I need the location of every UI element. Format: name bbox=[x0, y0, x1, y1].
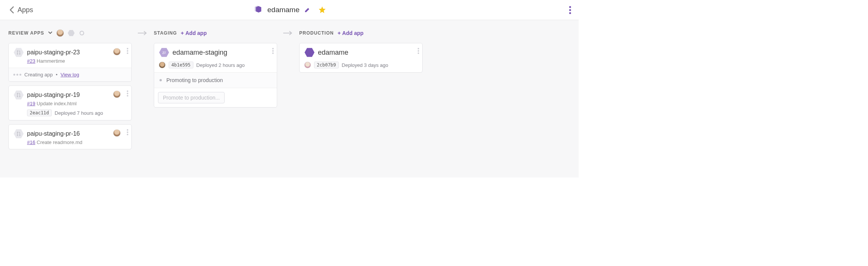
refresh-icon[interactable] bbox=[78, 30, 85, 36]
plus-icon: + bbox=[338, 30, 341, 36]
add-app-button[interactable]: + Add app bbox=[181, 30, 207, 36]
production-header: PRODUCTION + Add app bbox=[299, 28, 423, 38]
top-bar: Apps edamame bbox=[0, 0, 579, 20]
app-name: paipu-staging-pr-23 bbox=[27, 49, 80, 56]
creating-status: Creating app bbox=[24, 72, 53, 78]
staging-app-card[interactable]: zz edamame-staging 4b1e595 Deployed 2 ho… bbox=[154, 43, 277, 108]
view-log-link[interactable]: View log bbox=[61, 72, 79, 78]
title-center: edamame bbox=[253, 5, 326, 15]
add-app-button[interactable]: + Add app bbox=[338, 30, 364, 36]
reviewer-avatar[interactable] bbox=[56, 29, 64, 37]
arrow-right-icon bbox=[138, 28, 148, 38]
review-app-card[interactable]: paipu-staging-pr-16 #16 Create readmore.… bbox=[8, 124, 132, 149]
commit-line: 2eac11d Deployed 7 hours ago bbox=[27, 109, 127, 116]
loading-dot-icon bbox=[160, 79, 162, 81]
author-avatar[interactable] bbox=[113, 48, 121, 55]
pipeline-icon bbox=[253, 5, 263, 15]
commit-line: 4b1e595 Deployed 2 hours ago bbox=[159, 62, 272, 68]
pr-title: Create readmore.md bbox=[37, 139, 82, 145]
sleep-icon: zz bbox=[159, 47, 169, 58]
card-menu-icon[interactable] bbox=[127, 129, 128, 135]
edit-icon[interactable] bbox=[304, 7, 310, 13]
staging-column: STAGING + Add app zz edamame-staging 4b1… bbox=[154, 28, 277, 111]
pr-link[interactable]: #16 bbox=[27, 139, 35, 145]
staging-title: STAGING bbox=[154, 30, 177, 36]
pr-subline: #19 Update index.html bbox=[27, 101, 127, 106]
commit-sha[interactable]: 2eac11d bbox=[27, 109, 52, 116]
promoting-status: Promoting to production bbox=[154, 72, 277, 88]
plus-icon: + bbox=[181, 30, 184, 36]
review-app-card[interactable]: paipu-staging-pr-19 #19 Update index.htm… bbox=[8, 86, 132, 120]
back-label[interactable]: Apps bbox=[18, 6, 33, 14]
arrow-right-icon bbox=[283, 28, 293, 38]
commit-sha[interactable]: 2cb07b9 bbox=[314, 62, 339, 68]
deploy-status: Deployed 7 hours ago bbox=[55, 110, 103, 116]
card-menu-icon[interactable] bbox=[272, 48, 274, 54]
card-menu-icon[interactable] bbox=[127, 48, 128, 54]
app-name: paipu-staging-pr-16 bbox=[27, 130, 80, 137]
review-header: REVIEW APPS bbox=[8, 28, 132, 38]
review-app-card[interactable]: paipu-staging-pr-23 #23 Hammertime Creat… bbox=[8, 43, 132, 82]
promote-button: Promote to production... bbox=[158, 92, 225, 103]
promote-section: Promote to production... bbox=[154, 88, 277, 107]
app-name: paipu-staging-pr-19 bbox=[27, 92, 80, 98]
pr-link[interactable]: #23 bbox=[27, 58, 35, 64]
production-app-card[interactable]: edamame 2cb07b9 Deployed 3 days ago bbox=[299, 43, 423, 73]
pr-subline: #16 Create readmore.md bbox=[27, 139, 127, 145]
committer-avatar[interactable] bbox=[304, 62, 311, 68]
staging-header: STAGING + Add app bbox=[154, 28, 277, 38]
commit-sha[interactable]: 4b1e595 bbox=[169, 62, 193, 68]
pipeline-title: edamame bbox=[267, 6, 300, 14]
pr-icon bbox=[13, 47, 24, 58]
app-name: edamame-staging bbox=[172, 49, 227, 57]
deploy-status: Deployed 3 days ago bbox=[342, 62, 388, 68]
author-avatar[interactable] bbox=[113, 90, 121, 98]
pr-title: Hammertime bbox=[37, 58, 65, 64]
loading-dots-icon bbox=[13, 74, 21, 76]
production-column: PRODUCTION + Add app edamame 2cb07b9 Dep… bbox=[299, 28, 423, 76]
page-menu-icon[interactable] bbox=[569, 6, 571, 14]
deploy-status: Deployed 2 hours ago bbox=[196, 62, 245, 68]
author-avatar[interactable] bbox=[113, 129, 121, 137]
card-menu-icon[interactable] bbox=[418, 48, 419, 54]
production-title: PRODUCTION bbox=[299, 30, 334, 36]
app-name: edamame bbox=[318, 49, 348, 57]
review-apps-column: REVIEW APPS paipu-staging-pr-23 #23 bbox=[8, 28, 132, 153]
pipeline-columns: REVIEW APPS paipu-staging-pr-23 #23 bbox=[0, 20, 579, 177]
pr-icon bbox=[13, 90, 24, 100]
back-chevron-icon[interactable] bbox=[9, 6, 14, 14]
chevron-down-icon[interactable] bbox=[48, 30, 53, 36]
card-menu-icon[interactable] bbox=[127, 90, 128, 97]
star-icon[interactable] bbox=[318, 6, 326, 14]
pr-link[interactable]: #19 bbox=[27, 101, 35, 106]
app-hex-icon bbox=[304, 47, 315, 58]
pr-subline: #23 Hammertime bbox=[27, 58, 127, 64]
card-footer: Creating app • View log bbox=[9, 68, 131, 81]
hex-badge-icon bbox=[68, 30, 75, 36]
review-title: REVIEW APPS bbox=[8, 30, 44, 36]
committer-avatar[interactable] bbox=[159, 62, 166, 68]
commit-line: 2cb07b9 Deployed 3 days ago bbox=[304, 62, 418, 68]
pr-title: Update index.html bbox=[37, 101, 77, 106]
pr-icon bbox=[13, 128, 24, 139]
